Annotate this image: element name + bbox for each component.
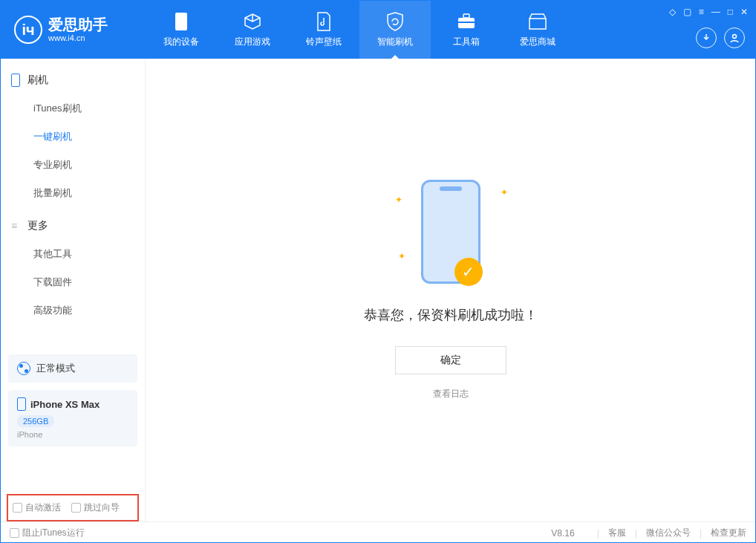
sidebar-section-more: ≡ 更多 [1, 215, 145, 237]
device-capacity: 256GB [17, 415, 54, 427]
sidebar-item-pro-flash[interactable]: 专业刷机 [1, 151, 145, 179]
svg-rect-3 [458, 22, 475, 23]
app-logo: iч 爱思助手 www.i4.cn [1, 16, 146, 44]
nav-label: 我的设备 [163, 36, 199, 48]
user-button[interactable] [724, 27, 745, 48]
nav-smart-flash[interactable]: 智能刷机 [359, 1, 431, 59]
success-illustration: ✦ ✦ ✦ ✓ [410, 180, 492, 284]
shield-refresh-icon [385, 12, 405, 31]
checkbox-label: 阻止iTunes运行 [22, 527, 85, 539]
menu-lines-icon: ≡ [11, 220, 20, 232]
logo-icon: iч [14, 16, 42, 44]
sidebar-section-flash: 刷机 [1, 69, 145, 91]
footer-link-wechat[interactable]: 微信公众号 [646, 527, 691, 539]
settings-icon[interactable]: ▢ [683, 7, 691, 17]
sidebar-item-other-tools[interactable]: 其他工具 [1, 240, 145, 268]
menu-icon[interactable]: ≡ [699, 7, 704, 17]
nav-apps-games[interactable]: 应用游戏 [217, 1, 288, 59]
nav-label: 智能刷机 [377, 36, 413, 48]
device-name: iPhone XS Max [30, 399, 100, 410]
svg-rect-0 [175, 13, 187, 30]
mode-label: 正常模式 [36, 362, 75, 375]
sidebar-item-oneclick-flash[interactable]: 一键刷机 [1, 123, 145, 151]
device-info[interactable]: iPhone XS Max 256GB iPhone [8, 390, 137, 446]
music-file-icon [314, 12, 333, 31]
sidebar-item-itunes-flash[interactable]: iTunes刷机 [1, 94, 145, 123]
maximize-button[interactable]: □ [728, 7, 733, 17]
section-title: 更多 [27, 219, 48, 233]
skin-icon[interactable]: ◇ [669, 7, 676, 17]
main-nav: 我的设备 应用游戏 铃声壁纸 智能刷机 工具箱 爱思商城 [146, 1, 573, 59]
app-url: www.i4.cn [48, 33, 108, 43]
checkmark-badge-icon: ✓ [454, 258, 483, 286]
mode-icon [17, 362, 30, 375]
section-title: 刷机 [27, 74, 48, 87]
nav-ringtone-wallpaper[interactable]: 铃声壁纸 [288, 1, 359, 59]
cube-icon [243, 12, 262, 31]
store-icon [528, 12, 547, 31]
nav-label: 工具箱 [453, 36, 480, 48]
auto-activate-checkbox[interactable]: 自动激活 [13, 501, 61, 514]
nav-label: 铃声壁纸 [306, 36, 342, 48]
sidebar-item-batch-flash[interactable]: 批量刷机 [1, 179, 145, 207]
nav-toolbox[interactable]: 工具箱 [431, 1, 502, 59]
sparkle-icon: ✦ [398, 251, 405, 261]
window-controls: ◇ ▢ ≡ — □ ✕ [669, 7, 748, 17]
device-type: iPhone [17, 430, 128, 439]
checkbox-icon [71, 503, 81, 513]
sidebar-item-advanced[interactable]: 高级功能 [1, 296, 145, 325]
footer-link-support[interactable]: 客服 [608, 527, 626, 539]
checkbox-label: 跳过向导 [84, 501, 120, 514]
sidebar-item-download-firmware[interactable]: 下载固件 [1, 268, 145, 296]
ok-button[interactable]: 确定 [395, 346, 506, 374]
header-right [696, 27, 745, 48]
svg-point-4 [733, 35, 737, 39]
svg-rect-2 [463, 14, 469, 18]
nav-my-device[interactable]: 我的设备 [146, 1, 217, 59]
app-title: 爱思助手 [48, 16, 108, 33]
nav-label: 应用游戏 [235, 36, 270, 48]
nav-store[interactable]: 爱思商城 [502, 1, 573, 59]
skip-guide-checkbox[interactable]: 跳过向导 [71, 501, 120, 514]
download-button[interactable] [696, 27, 717, 48]
sparkle-icon: ✦ [501, 187, 508, 198]
main-content: ✦ ✦ ✦ ✓ 恭喜您，保资料刷机成功啦！ 确定 查看日志 [146, 59, 755, 521]
phone-icon [17, 397, 26, 411]
phone-illustration: ✓ [421, 180, 480, 284]
device-icon [172, 12, 191, 31]
checkbox-icon [10, 528, 19, 538]
toolbox-icon [457, 12, 476, 31]
mode-status[interactable]: 正常模式 [8, 354, 137, 383]
phone-outline-icon [11, 74, 20, 87]
block-itunes-checkbox[interactable]: 阻止iTunes运行 [10, 527, 85, 539]
sparkle-icon: ✦ [395, 195, 403, 205]
close-button[interactable]: ✕ [740, 7, 748, 17]
checkbox-icon [13, 503, 22, 513]
sidebar: 刷机 iTunes刷机 一键刷机 专业刷机 批量刷机 ≡ 更多 其他工具 下载固… [1, 59, 146, 521]
view-log-link[interactable]: 查看日志 [433, 388, 469, 400]
minimize-button[interactable]: — [711, 7, 720, 17]
success-message: 恭喜您，保资料刷机成功啦！ [364, 306, 538, 324]
highlighted-options: 自动激活 跳过向导 [7, 494, 139, 521]
checkbox-label: 自动激活 [25, 501, 61, 514]
app-header: iч 爱思助手 www.i4.cn 我的设备 应用游戏 铃声壁纸 智能刷机 工具… [1, 1, 755, 59]
status-bar: 阻止iTunes运行 V8.16 | 客服 | 微信公众号 | 检查更新 [1, 521, 755, 543]
footer-link-update[interactable]: 检查更新 [711, 527, 746, 539]
nav-label: 爱思商城 [520, 36, 555, 48]
version-label: V8.16 [551, 528, 574, 539]
